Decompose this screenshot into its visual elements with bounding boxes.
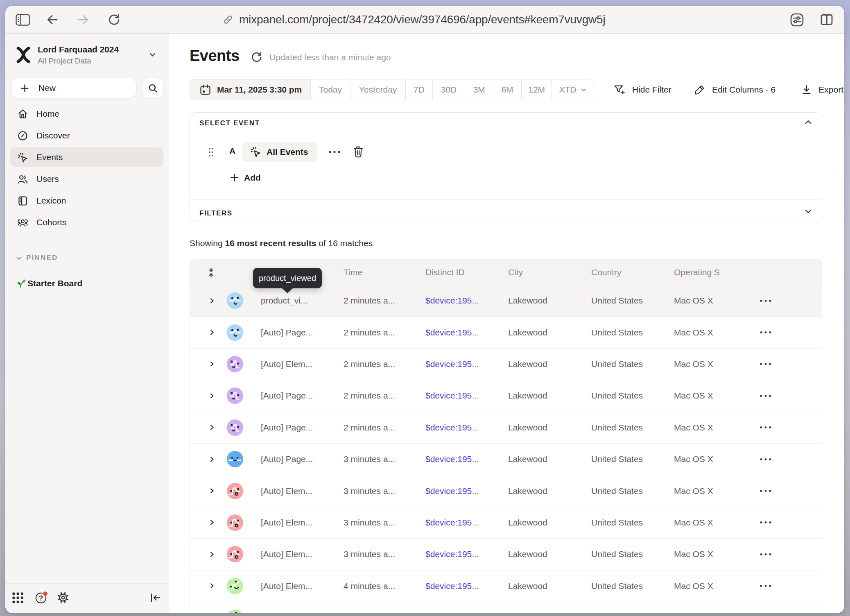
table-row[interactable]: [Auto] Elem... 3 minutes a... $device:19… [190,475,822,507]
expand-row-icon[interactable] [206,475,218,506]
cell-distinct-id[interactable]: $device:195... [425,571,507,602]
row-actions-ellipsis-icon[interactable] [740,317,791,348]
column-header-city[interactable]: City [508,259,590,285]
settings-gear-icon[interactable] [57,591,69,605]
event-options-ellipsis-icon[interactable] [325,142,344,162]
column-header-country[interactable]: Country [591,259,673,285]
cell-distinct-id[interactable]: $device:195... [425,507,507,538]
cell-distinct-id[interactable]: $device:195... [425,539,507,570]
apps-grid-icon[interactable] [11,591,24,606]
search-button[interactable] [142,78,163,98]
pinned-item-starter-board[interactable]: Starter Board [16,278,82,289]
distinct-id-link: $device:195 [425,391,472,401]
sidebar-item-users[interactable]: Users [10,169,163,189]
drag-handle-icon[interactable] [208,147,214,159]
forward-icon[interactable] [77,14,89,26]
expand-row-icon[interactable] [206,539,218,570]
table-row[interactable]: [Auto] Elem... 3 minutes a... $device:19… [190,539,822,570]
preset-3m[interactable]: 3M [465,79,493,100]
refresh-icon[interactable] [251,51,262,65]
collapse-sidebar-icon[interactable] [150,592,161,605]
row-actions-ellipsis-icon[interactable] [740,444,791,475]
expand-row-icon[interactable] [206,380,218,411]
row-actions-ellipsis-icon[interactable] [740,475,791,506]
sidebar-toggle-icon[interactable] [16,14,30,26]
table-row[interactable]: [Auto] Elem... 2 minutes a... $device:19… [190,349,822,380]
table-row[interactable]: [Auto] Page... 2 minutes a... $device:19… [190,380,822,412]
reload-icon[interactable] [108,13,120,26]
preset-xtd[interactable]: XTD [552,79,594,100]
expand-row-icon[interactable] [206,507,218,538]
table-row[interactable]: [Auto] Page... 3 minutes a... $device:19… [190,444,822,475]
trash-icon[interactable] [352,145,364,160]
page-settings-icon[interactable] [790,13,804,27]
row-actions-ellipsis-icon[interactable] [740,412,791,443]
sidebar-item-cohorts[interactable]: Cohorts [10,213,163,232]
export-button[interactable]: Export [801,79,843,100]
controls-row: Mar 11, 2025 3:30 pm Today Yesterday 7D … [169,79,844,100]
cell-country: United States [591,571,673,602]
sidebar-item-lexicon[interactable]: Lexicon [10,191,163,211]
row-actions-ellipsis-icon[interactable] [740,285,791,316]
sidebar-item-discover[interactable]: Discover [10,126,163,145]
row-actions-ellipsis-icon[interactable] [740,507,791,538]
expand-row-icon[interactable] [206,571,218,602]
split-view-icon[interactable] [821,14,833,26]
table-row[interactable]: [Auto] Page... 2 minutes a... $device:19… [190,412,822,444]
cell-distinct-id[interactable] [425,602,507,613]
row-actions-ellipsis-icon[interactable] [740,539,791,570]
cell-distinct-id[interactable]: $device:195... [425,412,507,443]
edit-columns-button[interactable]: Edit Columns · 6 [694,79,775,100]
cell-distinct-id[interactable]: $device:195... [425,380,507,411]
preset-yesterday[interactable]: Yesterday [350,79,405,100]
url-text[interactable]: mixpanel.com/project/3472420/view/397469… [239,13,605,26]
preset-today[interactable]: Today [310,79,350,100]
workspace-name[interactable]: Lord Farquaad 2024 [38,45,119,54]
distinct-id-link: $device:195 [425,581,472,591]
expand-filters-icon[interactable] [804,207,813,217]
preset-12m[interactable]: 12M [521,79,552,100]
cell-distinct-id[interactable]: $device:195... [425,444,507,475]
row-actions-ellipsis-icon[interactable] [740,380,791,411]
cell-distinct-id[interactable]: $device:195... [425,349,507,380]
row-actions-ellipsis-icon[interactable] [740,571,791,602]
hide-filter-button[interactable]: Hide Filter [613,79,671,100]
cell-distinct-id[interactable]: $device:195... [425,475,507,506]
expand-row-icon[interactable] [206,317,218,348]
new-button[interactable]: New [11,78,136,98]
column-header-time[interactable]: Time [344,259,425,285]
collapse-rows-icon[interactable] [206,267,217,280]
sidebar-item-events[interactable]: Events [10,147,163,167]
preset-30d[interactable]: 30D [432,79,465,100]
add-event-button[interactable]: Add [229,172,261,183]
table-row[interactable] [190,602,822,613]
cell-distinct-id[interactable]: $device:195... [425,285,507,316]
expand-row-icon[interactable] [206,412,218,443]
cell-distinct-id[interactable]: $device:195... [425,317,507,348]
cell-time: 2 minutes a... [344,285,425,316]
back-icon[interactable] [46,14,59,26]
cell-event-name: [Auto] Page... [261,317,343,348]
date-picker[interactable]: Mar 11, 2025 3:30 pm [190,79,310,100]
expand-row-icon[interactable] [206,285,218,316]
expand-row-icon[interactable] [206,444,218,475]
column-header-distinct-id[interactable]: Distinct ID [425,259,507,285]
all-events-pill[interactable]: All Events [242,142,317,162]
preset-6m[interactable]: 6M [493,79,521,100]
workspace-chevron-down-icon[interactable] [149,51,156,60]
table-row[interactable]: [Auto] Elem... 3 minutes a... $device:19… [190,507,822,539]
row-actions-ellipsis-icon[interactable] [740,349,791,380]
pinned-section-header[interactable]: PINNED [16,254,58,262]
expand-row-icon[interactable] [206,349,218,380]
url-bar[interactable]: mixpanel.com/project/3472420/view/397469… [223,6,605,34]
preset-7d[interactable]: 7D [405,79,432,100]
cell-city: Lakewood [508,380,590,411]
chevron-down-icon [16,255,23,262]
table-row[interactable]: [Auto] Elem... 4 minutes a... $device:19… [190,571,822,602]
table-row[interactable]: [Auto] Page... 2 minutes a... $device:19… [190,317,822,348]
help-icon[interactable]: ? [35,591,49,607]
collapse-section-icon[interactable] [804,118,813,128]
sidebar-item-home[interactable]: Home [10,104,163,124]
cell-event-name: [Auto] Elem... [261,539,343,570]
column-header-os[interactable]: Operating S [674,259,754,285]
